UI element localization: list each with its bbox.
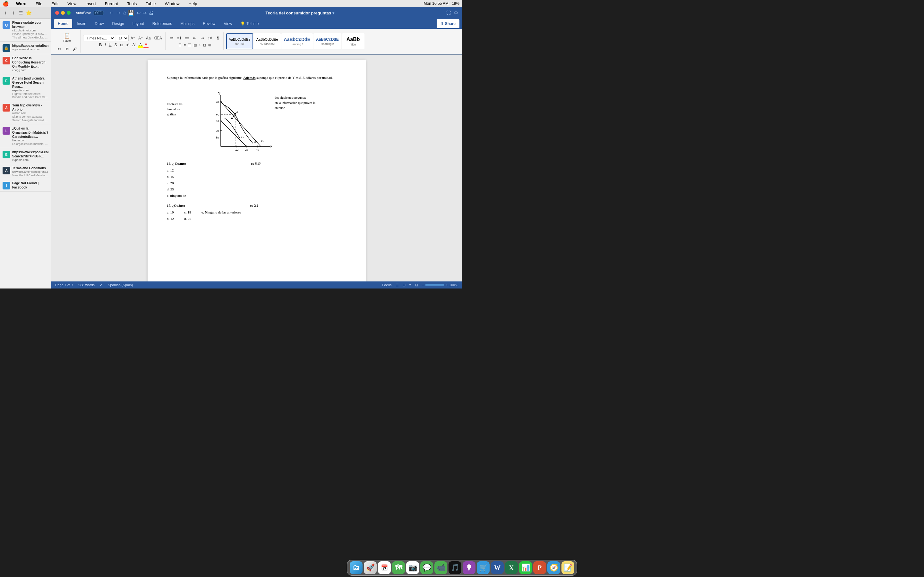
close-button[interactable] [55,11,59,15]
zoom-out-icon[interactable]: − [422,283,424,287]
menu-view[interactable]: View [65,1,78,6]
nav-forward[interactable]: → [116,10,121,16]
view-normal-icon[interactable]: ☰ [396,283,399,287]
borders-button[interactable]: ⊞ [207,42,212,48]
style-normal[interactable]: AaBbCcDdEe Normal [226,33,253,49]
justify-button[interactable]: ▤ [192,42,198,48]
align-center-button[interactable]: ≡ [183,42,187,48]
shading-button[interactable]: ◻ [202,42,207,48]
nav-home[interactable]: ⌂ [123,10,126,16]
menu-table[interactable]: Table [144,1,158,6]
menu-tools[interactable]: Tools [125,1,139,6]
zoom-in-icon[interactable]: + [446,283,447,287]
sidebar-item-2[interactable]: C Bob White Is Conducting Research On Mo… [0,54,51,74]
highlight-button[interactable]: A [138,42,143,48]
tab-draw[interactable]: Draw [91,19,107,28]
nav-save[interactable]: 💾 [128,10,134,16]
minimize-button[interactable] [61,11,65,15]
menu-file[interactable]: File [34,1,44,6]
sidebar-item-0[interactable]: Q Please update your browser. c11.qbo.in… [0,19,51,42]
menu-edit[interactable]: Edit [49,1,60,6]
sidebar-item-4[interactable]: A Your trip overview - Airbnb airbnb.com… [0,101,51,124]
italic-button[interactable]: I [103,42,107,48]
menu-help[interactable]: Help [187,1,199,6]
tab-layout[interactable]: Layout [129,19,148,28]
tab-view[interactable]: View [220,19,236,28]
apple-icon[interactable]: 🍎 [3,1,9,7]
settings-icon[interactable]: ⚙ [454,10,458,15]
font-size-dropdown[interactable]: 14 12 16 18 [116,35,129,41]
zoom-control[interactable]: − + 100% [422,283,458,287]
view-web-icon[interactable]: ⊡ [415,283,418,287]
paste-button[interactable]: 📋 Paste [61,30,73,45]
app-name[interactable]: Word [14,1,29,6]
history-list: Q Please update your browser. c11.qbo.in… [0,19,51,288]
format-painter-button[interactable]: 🖌 [71,45,78,53]
view-layout-icon[interactable]: ⊞ [403,283,405,287]
show-marks-button[interactable]: ¶ [214,35,221,42]
sidebar-forward-button[interactable]: ⟩ [10,10,16,16]
bullets-button[interactable]: ≡• [168,35,175,42]
strikethrough-button[interactable]: S [113,42,118,48]
document-content[interactable]: Suponga la información dada por la gráfi… [167,75,347,222]
tab-mailings[interactable]: Mailings [176,19,198,28]
share-button[interactable]: ⇧ Share [437,19,459,28]
nav-back[interactable]: ← [109,10,114,16]
nav-print[interactable]: 🖨 [149,10,153,16]
style-no-spacing[interactable]: AaBbCcDdEe No Spacing [254,33,281,49]
align-left-button[interactable]: ☰ [178,42,183,48]
sidebar-item-desc-5: La organización matricial es una estruct… [12,142,48,146]
copy-button[interactable]: ⧉ [63,45,71,53]
fullscreen-icon[interactable]: ⛶ [446,10,451,15]
sidebar-item-5[interactable]: L ¿Qué es la Organización Matricial? Car… [0,124,51,148]
maximize-button[interactable] [67,11,71,15]
sidebar-item-3[interactable]: E Athens (and vicinity), Greece Hotel Se… [0,74,51,102]
style-no-spacing-text: AaBbCcDdEe [256,37,278,41]
tab-design[interactable]: Design [108,19,128,28]
sidebar-item-6[interactable]: E https://www.expedia.com/Hotel-Search?r… [0,148,51,164]
text-effects-button[interactable]: A⃝ [131,42,137,48]
tab-insert[interactable]: Insert [73,19,90,28]
multilevel-list-button[interactable]: ≡≡ [184,35,191,42]
menu-format[interactable]: Format [103,1,120,6]
zoom-slider[interactable] [425,284,444,285]
menu-insert[interactable]: Insert [83,1,98,6]
document-area[interactable]: Suponga la información dada por la gráfi… [51,55,462,282]
view-outline-icon[interactable]: ≡ [409,283,411,287]
sort-button[interactable]: ↕A [207,35,214,42]
underline-button[interactable]: U [107,42,113,48]
increase-font-button[interactable]: A⁺ [129,35,136,42]
sidebar-item-7[interactable]: A Terms and Conditions www304.americanex… [0,164,51,179]
font-color-button[interactable]: A [144,42,149,48]
sidebar-menu-button[interactable]: ☰ [18,10,24,16]
line-spacing-button[interactable]: ↕ [198,42,202,48]
language-indicator[interactable]: Spanish (Spain) [108,283,133,287]
numbering-button[interactable]: ≡1 [176,35,183,42]
sidebar-item-1[interactable]: 🔒 https://apps.orientalbank.com/Ci... ap… [0,42,51,54]
menu-window[interactable]: Window [163,1,181,6]
style-heading1[interactable]: AaBbCcDdE Heading 1 [281,33,313,49]
tab-tell-me[interactable]: 💡Tell me [236,19,262,28]
focus-button[interactable]: Focus [382,283,392,287]
tab-home[interactable]: Home [54,19,72,28]
nav-undo[interactable]: ↩ [136,10,141,16]
clear-formatting-button[interactable]: ⌫A [153,35,163,42]
cut-button[interactable]: ✂ [56,45,63,53]
tab-references[interactable]: References [149,19,176,28]
sidebar-item-8[interactable]: f Page Not Found | Facebook [0,179,51,192]
style-heading2[interactable]: AaBbCcDdE Heading 2 [313,33,341,49]
nav-redo[interactable]: ↪ [142,10,147,16]
decrease-indent-button[interactable]: ⇤ [191,35,198,42]
subscript-button[interactable]: x₂ [119,42,125,48]
increase-indent-button[interactable]: ⇥ [199,35,206,42]
tab-review[interactable]: Review [199,19,219,28]
font-family-dropdown[interactable]: Times New... Arial Calibri [83,35,115,41]
autosave-toggle[interactable]: OFF [93,11,104,15]
decrease-font-button[interactable]: A⁻ [137,35,144,42]
superscript-button[interactable]: x² [125,42,131,48]
sidebar-back-button[interactable]: ⟨ [3,10,8,16]
bold-button[interactable]: B [98,42,103,48]
align-right-button[interactable]: ☰ [187,42,192,48]
font-case-button[interactable]: Aa [145,35,152,42]
style-title[interactable]: AaBb Title [342,33,365,49]
